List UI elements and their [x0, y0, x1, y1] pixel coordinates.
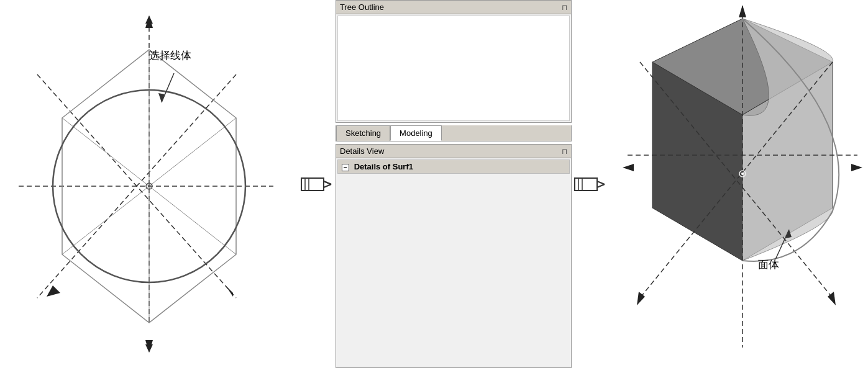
tree-content[interactable]: [337, 16, 570, 121]
details-table: − Details of Surf1: [337, 159, 570, 174]
right-diagram: 面体: [609, 0, 868, 368]
details-view: Details View ⊓ − Details of Surf1: [336, 144, 572, 368]
svg-point-40: [741, 173, 744, 175]
tab-sketching[interactable]: Sketching: [336, 125, 390, 141]
right-label-chinese: 面体: [758, 258, 779, 272]
svg-line-23: [324, 181, 331, 184]
svg-point-11: [148, 185, 150, 187]
details-view-header: Details View ⊓: [336, 145, 571, 158]
tree-outline-header: Tree Outline ⊓: [336, 1, 571, 14]
left-diagram: 选择线体: [0, 0, 298, 368]
tabs-row: Sketching Modeling: [336, 125, 572, 141]
tree-outline-pin[interactable]: ⊓: [562, 3, 567, 12]
svg-line-27: [597, 181, 605, 184]
details-view-title: Details View: [340, 146, 384, 156]
details-section-title: Details of Surf1: [354, 162, 413, 171]
left-arrow-container: [298, 172, 336, 197]
tab-modeling[interactable]: Modeling: [390, 125, 442, 141]
details-section-header: − Details of Surf1: [338, 160, 570, 174]
tree-outline: Tree Outline ⊓: [336, 0, 572, 123]
left-label-chinese: 选择线体: [149, 48, 191, 63]
middle-panel: Tree Outline ⊓ Sketching Modeling Detail…: [336, 0, 572, 368]
tree-outline-title: Tree Outline: [340, 2, 384, 12]
right-arrow-container: [572, 172, 609, 197]
details-view-pin[interactable]: ⊓: [562, 147, 567, 156]
svg-line-22: [324, 184, 331, 187]
svg-line-28: [597, 184, 605, 187]
section-expand-icon[interactable]: −: [342, 164, 349, 171]
